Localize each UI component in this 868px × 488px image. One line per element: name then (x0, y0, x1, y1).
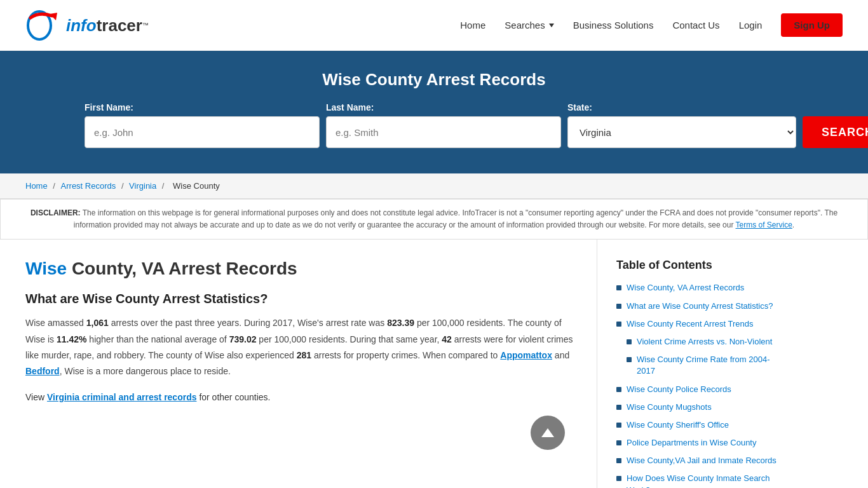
logo[interactable]: infotracer™ (25, 6, 149, 44)
last-name-input[interactable] (326, 116, 561, 148)
searches-chevron-icon (549, 24, 554, 27)
search-button[interactable]: SEARCH (803, 116, 868, 148)
arrests-count: 1,061 (86, 318, 109, 328)
arrest-rate: 823.39 (387, 318, 414, 328)
breadcrumb: Home / Arrest Records / Virginia / Wise … (0, 173, 868, 199)
toc-link[interactable]: How Does Wise County Inmate Search Work? (627, 473, 788, 488)
disclaimer-period: . (792, 220, 794, 229)
scroll-to-top-button[interactable] (531, 416, 565, 450)
disclaimer-bar: DISCLAIMER: The information on this webp… (0, 199, 868, 240)
logo-tracer-text: tracer (97, 16, 142, 35)
toc-link[interactable]: Wise County Recent Arrest Trends (627, 318, 753, 330)
state-group: State: AlabamaAlaskaArizonaArkansasCalif… (567, 102, 796, 148)
toc-item: What are Wise County Arrest Statistics? (616, 301, 788, 312)
body-1: arrests over the past three years. Durin… (109, 318, 387, 328)
view-link-paragraph: View Virginia criminal and arrest record… (25, 390, 578, 405)
toc-link[interactable]: What are Wise County Arrest Statistics? (627, 301, 773, 312)
body-7: and (552, 350, 569, 360)
logo-info-text: info (66, 16, 97, 35)
toc-section: Table of Contents Wise County, VA Arrest… (597, 240, 788, 488)
toc-link[interactable]: Police Departments in Wise County (627, 437, 756, 449)
toc-bullet-icon (616, 304, 621, 309)
breadcrumb-wise-county: Wise County (173, 181, 220, 191)
toc-bullet-icon (616, 476, 621, 481)
toc-item: Police Departments in Wise County (616, 437, 788, 449)
toc-bullet-icon (616, 285, 621, 290)
toc-item: How Does Wise County Inmate Search Work? (616, 473, 788, 488)
toc-bullet-icon (616, 405, 621, 410)
body-4: per 100,000 residents. During that same … (256, 334, 442, 344)
scroll-up-arrow-icon (541, 428, 554, 437)
nav-login[interactable]: Login (739, 20, 763, 30)
toc-link[interactable]: Wise County Crime Rate from 2004-2017 (637, 354, 788, 377)
table-of-contents: Table of Contents Wise County, VA Arrest… (616, 259, 788, 488)
toc-item: Wise County, VA Arrest Records (616, 282, 788, 294)
state-label: State: (567, 102, 592, 112)
hero-title: Wise County Arrest Records (25, 70, 843, 90)
higher-pct: 11.42% (57, 334, 86, 344)
nav-contact-us[interactable]: Contact Us (672, 20, 719, 30)
breadcrumb-virginia[interactable]: Virginia (129, 181, 156, 191)
article-section: Wise County, VA Arrest Records What are … (25, 240, 597, 488)
toc-link[interactable]: Wise County,VA Jail and Inmate Records (627, 455, 776, 466)
toc-link[interactable]: Wise County Sheriff's Office (627, 419, 729, 431)
toc-item: Violent Crime Arrests vs. Non-Violent (616, 336, 788, 348)
first-name-input[interactable] (85, 116, 320, 148)
breadcrumb-home[interactable]: Home (25, 181, 48, 191)
national-avg: 739.02 (229, 334, 257, 344)
toc-link[interactable]: Wise County, VA Arrest Records (627, 282, 744, 294)
last-name-label: Last Name: (326, 102, 374, 112)
breadcrumb-arrest-records[interactable]: Arrest Records (61, 181, 116, 191)
nav-searches[interactable]: Searches (505, 20, 553, 30)
city1-link[interactable]: Appomattox (500, 350, 552, 360)
logo-icon (25, 6, 64, 44)
toc-list: Wise County, VA Arrest RecordsWhat are W… (616, 282, 788, 488)
hero-banner: Wise County Arrest Records First Name: L… (0, 51, 868, 173)
last-name-group: Last Name: (326, 102, 561, 148)
toc-link[interactable]: Violent Crime Arrests vs. Non-Violent (637, 336, 772, 348)
nav-business-solutions[interactable]: Business Solutions (573, 20, 654, 30)
state-select[interactable]: AlabamaAlaskaArizonaArkansasCaliforniaCo… (567, 116, 796, 148)
site-header: infotracer™ Home Searches Business Solut… (0, 0, 868, 51)
toc-bullet-icon (616, 387, 621, 392)
article-title-highlight: Wise (25, 259, 67, 278)
body-3: higher than the national average of (86, 334, 229, 344)
breadcrumb-sep2: / (121, 181, 126, 191)
body-intro: Wise amassed (25, 318, 86, 328)
main-nav: Home Searches Business Solutions Contact… (460, 13, 843, 37)
logo-tm: ™ (142, 22, 149, 29)
disclaimer-label: DISCLAIMER: (31, 208, 81, 217)
city2-link[interactable]: Bedford (25, 366, 60, 376)
article-body: Wise amassed 1,061 arrests over the past… (25, 315, 578, 379)
first-name-label: First Name: (85, 102, 133, 112)
body-8: , Wise is a more dangerous place to resi… (60, 366, 231, 376)
toc-heading: Table of Contents (616, 259, 788, 272)
toc-bullet-icon (627, 339, 632, 344)
view-prefix: View (25, 392, 47, 402)
toc-item: Wise County,VA Jail and Inmate Records (616, 455, 788, 466)
toc-link[interactable]: Wise County Police Records (627, 384, 731, 395)
property-count: 281 (297, 350, 311, 360)
nav-signup[interactable]: Sign Up (781, 13, 843, 37)
toc-bullet-icon (616, 322, 621, 327)
toc-bullet-icon (616, 423, 621, 428)
toc-item: Wise County Recent Arrest Trends (616, 318, 788, 330)
breadcrumb-sep3: / (162, 181, 166, 191)
toc-item: Wise County Sheriff's Office (616, 419, 788, 431)
toc-link[interactable]: Wise County Mugshots (627, 402, 712, 413)
toc-bullet-icon (616, 440, 621, 445)
view-suffix: for other counties. (197, 392, 271, 402)
section-heading: What are Wise County Arrest Statistics? (25, 292, 578, 306)
first-name-group: First Name: (85, 102, 320, 148)
article-title-rest: County, VA Arrest Records (67, 259, 297, 278)
toc-item: Wise County Police Records (616, 384, 788, 395)
disclaimer-text: The information on this webpage is for g… (74, 208, 837, 229)
toc-item: Wise County Mugshots (616, 402, 788, 413)
breadcrumb-sep1: / (53, 181, 57, 191)
terms-of-service-link[interactable]: Terms of Service (736, 220, 792, 229)
toc-bullet-icon (616, 458, 621, 463)
toc-bullet-icon (627, 357, 632, 362)
virginia-records-link[interactable]: Virginia criminal and arrest records (47, 392, 197, 402)
nav-home[interactable]: Home (460, 20, 485, 30)
search-form: First Name: Last Name: State: AlabamaAla… (85, 102, 783, 148)
